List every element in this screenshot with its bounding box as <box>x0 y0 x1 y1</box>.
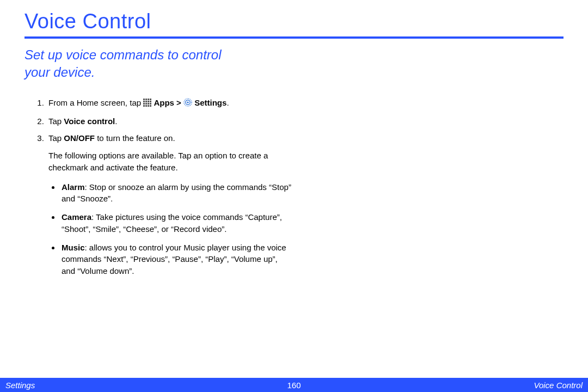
svg-rect-11 <box>150 103 151 105</box>
svg-rect-3 <box>150 99 151 100</box>
svg-rect-8 <box>143 103 145 105</box>
options-list: Alarm: Stop or snooze an alarm by using … <box>48 181 291 277</box>
step-1-apps: Apps <box>154 98 174 107</box>
steps-list: From a Home screen, tap Apps > Settings.… <box>24 97 291 144</box>
step-3: Tap ON/OFF to turn the feature on. <box>46 132 291 144</box>
option-camera-text: : Take pictures using the voice commands… <box>62 212 282 234</box>
options-intro: The following options are available. Tap… <box>48 150 291 174</box>
step-2-bold: Voice control <box>64 117 115 126</box>
step-3-prefix: Tap <box>48 133 64 143</box>
svg-rect-6 <box>148 101 149 102</box>
option-alarm-label: Alarm <box>62 182 85 192</box>
svg-point-18 <box>187 101 188 103</box>
svg-rect-9 <box>145 103 147 105</box>
svg-rect-0 <box>143 99 145 100</box>
svg-rect-4 <box>143 101 145 102</box>
subtitle-line-1: Set up voice commands to control <box>24 47 222 62</box>
svg-rect-1 <box>145 99 147 100</box>
step-1: From a Home screen, tap Apps > Settings. <box>46 97 291 110</box>
option-camera: Camera: Take pictures using the voice co… <box>60 211 291 235</box>
svg-rect-15 <box>150 105 151 107</box>
step-3-suffix: to turn the feature on. <box>95 133 175 143</box>
svg-rect-2 <box>148 99 149 100</box>
option-alarm: Alarm: Stop or snooze an alarm by using … <box>60 181 291 205</box>
svg-rect-13 <box>145 105 147 107</box>
settings-gear-icon <box>183 98 192 110</box>
option-music-label: Music <box>62 243 85 252</box>
page-footer: Settings 160 Voice Control <box>0 378 588 392</box>
svg-rect-12 <box>143 105 145 107</box>
footer-section-label: Settings <box>0 381 272 390</box>
step-2-prefix: Tap <box>48 117 64 126</box>
step-1-separator: > <box>174 98 183 107</box>
option-music-text: : allows you to control your Music playe… <box>62 243 286 276</box>
page-title: Voice Control <box>24 10 564 33</box>
svg-rect-5 <box>145 101 147 102</box>
svg-rect-10 <box>148 103 149 105</box>
option-alarm-text: : Stop or snooze an alarm by using the c… <box>62 182 291 204</box>
title-divider <box>24 36 564 39</box>
footer-page-number: 160 <box>272 381 316 390</box>
svg-rect-14 <box>148 105 149 107</box>
step-1-settings: Settings <box>194 98 226 107</box>
content-column: From a Home screen, tap Apps > Settings.… <box>24 97 291 277</box>
footer-topic-label: Voice Control <box>316 381 588 390</box>
apps-grid-icon <box>143 98 151 110</box>
page-subtitle: Set up voice commands to control your de… <box>24 46 564 82</box>
step-1-prefix: From a Home screen, tap <box>48 98 143 107</box>
svg-rect-7 <box>150 101 151 102</box>
step-2: Tap Voice control. <box>46 115 291 127</box>
option-music: Music: allows you to control your Music … <box>60 242 291 277</box>
step-1-period: . <box>226 98 229 107</box>
step-2-period: . <box>115 117 117 126</box>
step-3-bold: ON/OFF <box>64 133 95 143</box>
option-camera-label: Camera <box>62 212 91 222</box>
subtitle-line-2: your device. <box>24 65 95 79</box>
